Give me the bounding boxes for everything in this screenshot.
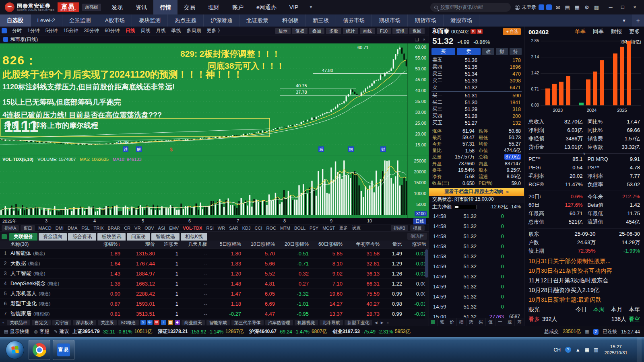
panel-tab-智能优选[interactable]: 智能优选 bbox=[151, 233, 180, 241]
strip-tab-机器视觉[interactable]: 机器视觉 bbox=[295, 320, 318, 325]
tray-volume-icon[interactable]: ▥ bbox=[594, 347, 598, 353]
quote-tab-速[interactable]: 速 bbox=[505, 318, 514, 326]
strip-tab-商业航天[interactable]: 商业航天 bbox=[182, 320, 205, 325]
indicator-设置[interactable]: 设置 bbox=[350, 225, 362, 231]
strip-tab-自定义[interactable]: 自定义 bbox=[32, 320, 51, 325]
sentiment-tab-本年[interactable]: 本年 bbox=[629, 306, 640, 313]
period-15分钟[interactable]: 15分钟 bbox=[60, 27, 81, 34]
panel-tab-关联报价[interactable]: 关联报价 bbox=[9, 233, 37, 241]
order-book-row[interactable]: 卖一51.326471 bbox=[429, 84, 524, 91]
table-header-10日涨幅%[interactable]: 10日涨幅% bbox=[244, 241, 277, 248]
panel-tab-问董秘[interactable]: 问董秘 bbox=[127, 233, 150, 241]
period-日线[interactable]: 日线 bbox=[122, 27, 138, 34]
volume-pane[interactable]: VOL-TDX(5,10) VOLUME: 1574807 MA5: 10626… bbox=[0, 156, 429, 218]
indicator-更多[interactable]: 更多 bbox=[337, 225, 349, 231]
market-nav-caret-icon[interactable]: ▼ bbox=[617, 18, 631, 23]
table-header-连涨天[interactable]: 连涨天 bbox=[157, 241, 181, 248]
strip-menu-icon[interactable]: ≡ bbox=[386, 321, 390, 325]
market-nav-add-icon[interactable]: ＋ bbox=[632, 14, 644, 27]
indicator-CCI[interactable]: CCI bbox=[253, 226, 264, 230]
order-book-row[interactable]: 卖三51.34470 bbox=[429, 70, 524, 77]
level10-banner[interactable]: 查看千档盘口,跟踪主力动向 » bbox=[429, 188, 524, 196]
period-更多 》[interactable]: 更多 》 bbox=[204, 27, 225, 34]
period-周线[interactable]: 周线 bbox=[138, 27, 153, 34]
indicator-SAR[interactable]: SAR bbox=[227, 226, 240, 230]
app-icon-phone[interactable]: Φ bbox=[154, 320, 159, 325]
minimize-button[interactable]: ─ bbox=[605, 3, 616, 11]
table-row[interactable]: 5人形机器人(概念)0.902288.421--1.476.05-3.3219.… bbox=[0, 289, 429, 299]
indicator-BRAR[interactable]: BRAR bbox=[106, 226, 122, 230]
panel-side-button[interactable]: 侧边栏 bbox=[407, 233, 427, 240]
order-book-row[interactable]: 卖二51.333098 bbox=[429, 77, 524, 84]
f10-link-单季[interactable]: 单季 bbox=[575, 28, 586, 35]
menu-资讯[interactable]: 资讯 bbox=[129, 0, 153, 14]
strip-tab-第三代半导体[interactable]: 第三代半导体 bbox=[231, 320, 264, 325]
indicator-MCST[interactable]: MCST bbox=[321, 226, 336, 230]
tool-统计[interactable]: 统计 bbox=[343, 28, 358, 34]
indicator-VOL-TDX[interactable]: VOL-TDX bbox=[181, 226, 204, 230]
strip-tab-智能穿戴[interactable]: 智能穿戴 bbox=[206, 320, 230, 325]
tool-复权[interactable]: 复权 bbox=[292, 28, 308, 34]
table-row[interactable]: 4DeepSeek概念(概念)1.381663.121--1.484.810.2… bbox=[0, 279, 429, 289]
table-row[interactable]: 3人工智能(概念)1.431884.971--1.205.520.329.023… bbox=[0, 269, 429, 279]
market-nav-A股市场[interactable]: A股市场 bbox=[98, 14, 132, 27]
app-icon-gem[interactable]: ◆ bbox=[175, 320, 180, 325]
f10-link-同季[interactable]: 同季 bbox=[593, 28, 604, 35]
table-header-量比[interactable]: 量比 bbox=[382, 241, 405, 248]
add-watchlist-button[interactable]: ＋自选 bbox=[503, 28, 521, 35]
quote-tab-笔[interactable]: 笔 bbox=[437, 318, 447, 326]
volume-chart-svg[interactable] bbox=[0, 156, 407, 218]
sentiment-tab-本周[interactable]: 本周 bbox=[593, 306, 605, 313]
period-分时[interactable]: 分时 bbox=[9, 27, 25, 34]
market-nav-Level-2[interactable]: Level-2 bbox=[31, 14, 62, 27]
indicator-BOLL[interactable]: BOLL bbox=[293, 226, 307, 230]
trade-button-持[interactable]: 持 bbox=[510, 48, 522, 55]
quote-tab-值[interactable]: 值 bbox=[485, 318, 495, 326]
quote-tab-细[interactable]: 细 bbox=[456, 318, 466, 326]
taskbar-fuyi-button[interactable]: 富易 bbox=[53, 340, 74, 360]
strip-tab-新型工业化[interactable]: 新型工业化 bbox=[345, 320, 372, 325]
trade-button-卖[interactable]: 卖 bbox=[457, 48, 481, 55]
market-nav-全景监测[interactable]: 全景监测 bbox=[62, 14, 98, 27]
trade-button-买[interactable]: 买 bbox=[431, 48, 455, 55]
tool-多股[interactable]: 多股 bbox=[326, 28, 341, 34]
strip-tab-深圳板块[interactable]: 深圳板块 bbox=[73, 320, 96, 325]
start-button[interactable] bbox=[6, 341, 24, 359]
indicator-CR[interactable]: CR bbox=[122, 226, 132, 230]
strip-tab-汽车热管理[interactable]: 汽车热管理 bbox=[265, 320, 293, 325]
table-row[interactable]: 1AI智能体(概念)1.891315.801--1.805.70-0.515.8… bbox=[0, 249, 429, 259]
menu-发现[interactable]: 发现 bbox=[105, 0, 129, 14]
menu-VIP[interactable]: VIP bbox=[283, 0, 305, 14]
taskbar-clock[interactable]: 15:27 2025/10/31 bbox=[604, 344, 627, 356]
market-nav-期货市场[interactable]: 期货市场 bbox=[408, 14, 444, 27]
indicator-KDJ[interactable]: KDJ bbox=[241, 226, 252, 230]
panel-tab-资金流向[interactable]: 资金流向 bbox=[39, 233, 67, 241]
indicator-MTM[interactable]: MTM bbox=[279, 226, 292, 230]
menu-账户[interactable]: 账户 bbox=[226, 0, 250, 14]
news-item[interactable]: 10月31日新增主题:最近闪跌 bbox=[528, 295, 640, 304]
indicator-模板[interactable]: 模板 bbox=[410, 225, 425, 231]
index-沪深[interactable]: 沪深4640.67-69.24-1.47%6807亿 bbox=[249, 328, 327, 335]
strip-tab-北斗导航[interactable]: 北斗导航 bbox=[320, 320, 343, 325]
menu-more-caret[interactable]: ▼ bbox=[305, 0, 317, 14]
table-header-涨速%[interactable]: 涨速% bbox=[405, 241, 429, 248]
app-icon-keyboard[interactable]: ▦ bbox=[168, 320, 173, 325]
order-book-row[interactable]: 卖四51.351696 bbox=[429, 64, 524, 70]
table-header-name[interactable]: 名称(30) bbox=[10, 241, 97, 248]
indicator-窗口[interactable]: 窗口 bbox=[21, 225, 35, 231]
login-status[interactable]: 未登录 bbox=[515, 4, 552, 11]
index-上证[interactable]: 上证3954.79-32.11-0.81%10511亿 bbox=[72, 328, 152, 335]
period-季线[interactable]: 季线 bbox=[168, 27, 184, 34]
indicator-DMA[interactable]: DMA bbox=[66, 226, 79, 230]
strip-next-icon[interactable]: ▶ bbox=[380, 321, 384, 325]
order-book-row[interactable]: 买二51.301841 bbox=[429, 99, 524, 106]
panel-tab-板块资讯[interactable]: 板块资讯 bbox=[97, 233, 126, 241]
close-chart-icon[interactable]: × bbox=[423, 37, 425, 42]
sentiment-tab-本月[interactable]: 本月 bbox=[611, 306, 622, 313]
menu-行情[interactable]: 行情 bbox=[153, 0, 178, 14]
apps-icon[interactable]: ▦ bbox=[575, 4, 580, 10]
quote-tab-势[interactable]: 势 bbox=[466, 318, 476, 326]
table-header-20日涨幅%[interactable]: 20日涨幅% bbox=[277, 241, 311, 248]
market-nav-热点主题[interactable]: 热点主题 bbox=[168, 14, 204, 27]
market-nav-债券市场[interactable]: 债券市场 bbox=[336, 14, 372, 27]
